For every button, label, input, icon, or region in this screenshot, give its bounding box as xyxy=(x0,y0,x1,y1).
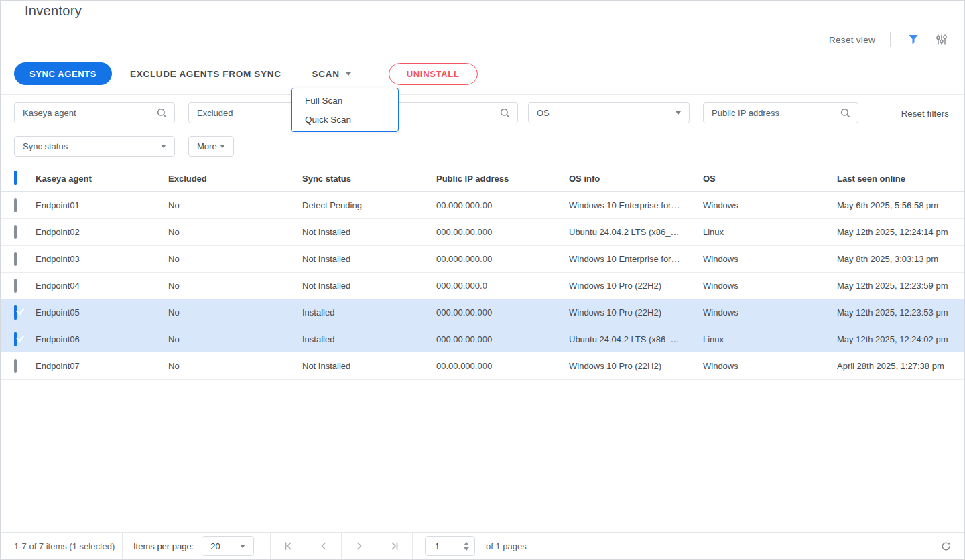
uninstall-button[interactable]: UNINSTALL xyxy=(389,63,478,85)
previous-page-button[interactable] xyxy=(306,533,342,559)
cell-os: Windows xyxy=(703,200,837,210)
kaseya-agent-search-field[interactable] xyxy=(14,102,175,123)
cell-excluded: No xyxy=(168,200,302,210)
items-per-page-label: Items per page: xyxy=(133,541,194,551)
items-per-page-select[interactable]: 20 xyxy=(202,536,254,556)
cell-last-seen: April 28th 2025, 1:27:38 pm xyxy=(837,361,965,371)
cell-sync-status: Installed xyxy=(302,334,436,344)
public-ip-search-input[interactable] xyxy=(704,103,840,123)
row-checkbox[interactable] xyxy=(14,279,17,293)
cell-kaseya-agent: Endpoint07 xyxy=(36,361,168,371)
select-all-checkbox[interactable] xyxy=(14,171,17,185)
reset-filters-button[interactable]: Reset filters xyxy=(901,109,949,119)
table-row[interactable]: Endpoint07 No Not Installed 00.00.000.00… xyxy=(1,353,965,380)
cell-kaseya-agent: Endpoint03 xyxy=(36,254,168,264)
sync-status-filter-dropdown[interactable]: Sync status xyxy=(14,136,175,157)
exclude-agents-button[interactable]: EXCLUDE AGENTS FROM SYNC xyxy=(130,69,281,79)
cell-excluded: No xyxy=(168,307,302,318)
items-per-page-section: Items per page: 20 xyxy=(123,533,271,559)
row-checkbox-cell xyxy=(1,334,36,346)
cell-last-seen: May 12th 2025, 12:23:59 pm xyxy=(837,281,965,291)
cell-os: Windows xyxy=(703,281,837,291)
row-checkbox[interactable] xyxy=(14,225,17,239)
search-icon xyxy=(840,107,851,119)
cell-kaseya-agent: Endpoint02 xyxy=(36,227,168,237)
items-per-page-value: 20 xyxy=(210,541,220,551)
row-checkbox[interactable] xyxy=(14,252,17,266)
menu-item-quick-scan[interactable]: Quick Scan xyxy=(292,110,398,129)
row-checkbox-cell xyxy=(1,226,36,238)
cell-sync-status: Not Installed xyxy=(302,281,436,291)
cell-last-seen: May 12th 2025, 12:23:53 pm xyxy=(837,307,965,318)
chevron-left-icon xyxy=(317,539,330,553)
cell-sync-status: Not Installed xyxy=(302,361,436,371)
reset-view-button[interactable]: Reset view xyxy=(829,35,875,45)
more-filters-dropdown[interactable]: More xyxy=(188,136,234,157)
cell-excluded: No xyxy=(168,361,302,371)
sync-agents-button[interactable]: SYNC AGENTS xyxy=(14,62,112,85)
refresh-button[interactable] xyxy=(940,533,965,559)
row-checkbox[interactable] xyxy=(14,305,17,320)
chevron-right-icon xyxy=(352,539,366,553)
page-number-field[interactable] xyxy=(425,536,475,556)
filter-icon[interactable] xyxy=(905,31,921,48)
page-number-stepper[interactable] xyxy=(464,542,469,551)
page-number-input[interactable] xyxy=(426,541,459,551)
column-header-os: OS xyxy=(703,173,837,184)
row-checkbox[interactable] xyxy=(14,198,17,212)
cell-kaseya-agent: Endpoint05 xyxy=(36,307,168,318)
spinner-up-icon[interactable] xyxy=(464,542,469,545)
table-row[interactable]: Endpoint01 No Detect Pending 00.000.000.… xyxy=(1,192,965,219)
spinner-down-icon[interactable] xyxy=(464,547,469,551)
row-checkbox-cell xyxy=(1,360,36,372)
table-row[interactable]: Endpoint06 No Installed 000.00.00.000 Ub… xyxy=(1,326,965,353)
column-header-kaseya-agent: Kaseya agent xyxy=(36,173,168,184)
row-checkbox[interactable] xyxy=(14,359,17,373)
next-page-button[interactable] xyxy=(342,533,377,559)
cell-os-info: Windows 10 Enterprise for… xyxy=(569,254,703,264)
scan-dropdown-button[interactable]: SCAN xyxy=(312,69,351,79)
menu-item-full-scan[interactable]: Full Scan xyxy=(292,91,398,110)
cell-os: Linux xyxy=(703,334,837,344)
column-header-excluded: Excluded xyxy=(168,173,302,184)
last-page-button[interactable] xyxy=(377,533,413,559)
column-header-os-info: OS info xyxy=(569,173,703,184)
chevron-down-icon xyxy=(161,145,166,148)
table-row[interactable]: Endpoint02 No Not Installed 000.00.00.00… xyxy=(1,219,965,246)
view-controls: Reset view xyxy=(829,30,950,49)
cell-os-info: Windows 10 Pro (22H2) xyxy=(569,361,703,371)
refresh-icon xyxy=(940,540,952,553)
kaseya-agent-search-input[interactable] xyxy=(15,103,156,123)
os-filter-dropdown[interactable]: OS xyxy=(528,102,690,123)
cell-excluded: No xyxy=(168,227,302,237)
cell-last-seen: May 8th 2025, 3:03:13 pm xyxy=(837,254,965,264)
cell-public-ip: 00.000.000.00 xyxy=(436,200,569,210)
cell-public-ip: 000.00.00.000 xyxy=(436,227,569,237)
divider xyxy=(1,94,964,95)
inventory-page: Inventory Reset view SYNC AGENTS EXCLUDE… xyxy=(0,0,965,560)
total-pages-label: of 1 pages xyxy=(486,533,527,559)
cell-sync-status: Detect Pending xyxy=(302,200,436,210)
chevron-down-icon xyxy=(240,545,245,548)
row-checkbox-cell xyxy=(1,253,36,265)
table-row[interactable]: Endpoint05 No Installed 000.00.00.000 Wi… xyxy=(1,299,965,326)
row-checkbox[interactable] xyxy=(14,332,17,346)
cell-os: Windows xyxy=(703,307,837,318)
cell-os: Linux xyxy=(703,227,837,237)
cell-kaseya-agent: Endpoint06 xyxy=(36,334,168,344)
row-checkbox-cell xyxy=(1,307,36,319)
public-ip-search-field[interactable] xyxy=(703,102,858,123)
chevron-down-icon xyxy=(676,111,681,115)
cell-os-info: Ubuntu 24.04.2 LTS (x86_… xyxy=(569,334,703,344)
column-settings-sliders-icon[interactable] xyxy=(934,31,950,48)
cell-public-ip: 00.00.000.000 xyxy=(436,361,569,371)
cell-excluded: No xyxy=(168,281,302,291)
first-page-button[interactable] xyxy=(271,533,306,559)
cell-sync-status: Installed xyxy=(302,307,436,318)
os-filter-label: OS xyxy=(537,108,550,118)
table-row[interactable]: Endpoint03 No Not Installed 00.000.000.0… xyxy=(1,246,965,273)
cell-public-ip: 000.00.00.000 xyxy=(436,307,569,318)
first-page-icon xyxy=(281,539,295,553)
table-row[interactable]: Endpoint04 No Not Installed 000.00.000.0… xyxy=(1,273,965,299)
page-title: Inventory xyxy=(25,3,82,19)
